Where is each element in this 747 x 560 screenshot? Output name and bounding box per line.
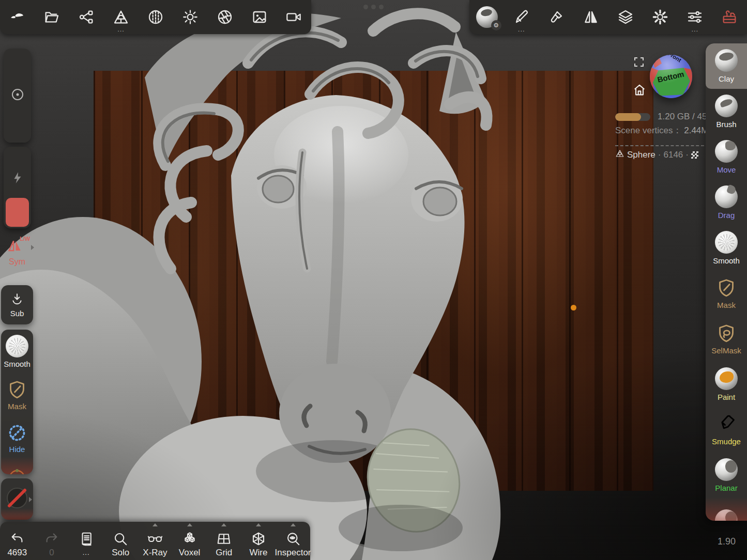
smooth-ball-icon bbox=[715, 231, 738, 254]
camera-button[interactable] bbox=[279, 3, 308, 32]
tool-flatten[interactable] bbox=[706, 498, 747, 521]
left-tool-smooth[interactable]: Smooth bbox=[1, 330, 33, 373]
layers-icon bbox=[617, 9, 634, 25]
topology-sphere-button[interactable] bbox=[141, 3, 170, 32]
paintbrush-button[interactable] bbox=[542, 3, 571, 32]
grid-icon bbox=[216, 531, 232, 547]
toggle-label: Inspector bbox=[275, 548, 311, 557]
smooth-ball-icon bbox=[6, 335, 28, 357]
postprocess-aperture-button[interactable] bbox=[210, 3, 239, 32]
sliders-button[interactable]: ... bbox=[680, 3, 709, 32]
scene-graph-button[interactable] bbox=[72, 3, 101, 32]
pencil-button[interactable]: ... bbox=[507, 3, 536, 32]
toggle-wire[interactable]: Wire bbox=[242, 522, 275, 560]
left-tool-label: Smooth bbox=[4, 360, 31, 368]
object-name: Sphere bbox=[627, 150, 655, 160]
object-vertex-count: 6146 bbox=[664, 150, 683, 160]
tool-label: Mask bbox=[717, 301, 736, 309]
toolbox-button[interactable] bbox=[715, 3, 744, 32]
background-image-button[interactable] bbox=[245, 3, 274, 32]
sub-mode-button[interactable]: Sub bbox=[1, 285, 33, 324]
toolbar-drag-handle[interactable] bbox=[363, 5, 384, 9]
more-options-dots: ... bbox=[691, 27, 698, 32]
sub-label: Sub bbox=[10, 309, 24, 318]
app-logo-button[interactable] bbox=[3, 3, 32, 32]
smudge-hand-icon bbox=[716, 414, 737, 434]
redo-button[interactable]: 0 bbox=[35, 522, 68, 560]
paintbrush-icon bbox=[548, 9, 565, 25]
tool-label: SelMask bbox=[711, 346, 741, 355]
tool-clay[interactable]: Clay bbox=[706, 43, 747, 89]
postprocess-aperture-icon bbox=[217, 9, 233, 25]
redo-icon bbox=[44, 531, 59, 547]
folder-button[interactable] bbox=[37, 3, 66, 32]
multires-pyramid-icon bbox=[113, 9, 129, 25]
chevron-up-icon bbox=[153, 523, 158, 526]
tool-mask[interactable]: Mask bbox=[706, 271, 747, 316]
intensity-color-swatch[interactable] bbox=[6, 198, 29, 227]
undo-count: 4693 bbox=[7, 548, 27, 557]
mask-shield-icon bbox=[7, 379, 27, 400]
toggle-x-ray[interactable]: X-Ray bbox=[139, 522, 172, 560]
background-image-icon bbox=[251, 9, 268, 25]
notebook-icon bbox=[79, 531, 94, 547]
undo-button[interactable]: 4693 bbox=[1, 522, 34, 560]
tool-paint[interactable]: Paint bbox=[706, 362, 747, 407]
toggle-label: Grid bbox=[216, 548, 232, 557]
left-tool-mask[interactable]: Mask bbox=[1, 373, 33, 416]
tool-sidebar: Clay Brush Move Drag Smooth Mask SelMask… bbox=[706, 43, 747, 521]
brush-ball-icon bbox=[715, 95, 738, 117]
scene-object-row[interactable]: Sphere · 6146 · bbox=[615, 149, 706, 161]
radius-slider[interactable] bbox=[4, 49, 31, 143]
left-tool-hide[interactable]: Hide bbox=[1, 416, 33, 460]
left-tool-label: Hide bbox=[9, 445, 25, 454]
toggle-grid[interactable]: Grid bbox=[207, 522, 240, 560]
gizmo-tool-partial[interactable] bbox=[1, 460, 33, 474]
notebook-button[interactable]: ... bbox=[70, 522, 103, 560]
toggle-solo[interactable]: Solo bbox=[104, 522, 137, 560]
intensity-slider[interactable] bbox=[4, 147, 31, 228]
topology-sphere-icon bbox=[147, 9, 164, 25]
divider-dashed bbox=[615, 145, 704, 146]
toggle-label: Wire bbox=[249, 548, 267, 557]
toggle-inspector[interactable]: Inspector bbox=[277, 522, 310, 560]
lighting-sun-icon bbox=[182, 9, 199, 25]
notebook-ellipsis: ... bbox=[83, 548, 90, 557]
symmetry-mirror-icon bbox=[583, 9, 599, 25]
mask-shield-icon bbox=[716, 277, 737, 298]
multires-pyramid-button[interactable]: ... bbox=[106, 3, 135, 32]
radius-dot-icon bbox=[10, 87, 25, 104]
more-options-dots: ... bbox=[117, 27, 125, 32]
symmetry-label: Sym bbox=[0, 257, 34, 267]
sliders-icon bbox=[687, 9, 703, 25]
layers-button[interactable] bbox=[611, 3, 640, 32]
tool-move[interactable]: Move bbox=[706, 134, 747, 180]
tool-planar[interactable]: Planar bbox=[706, 453, 747, 498]
toggle-label: Solo bbox=[112, 548, 129, 557]
lighting-sun-button[interactable] bbox=[176, 3, 205, 32]
solo-magnifier-icon bbox=[113, 531, 128, 547]
left-quick-tools: Smooth Mask Hide bbox=[1, 330, 33, 474]
tool-brush[interactable]: Brush bbox=[706, 89, 747, 134]
gizmo-icon bbox=[8, 466, 26, 474]
fullscreen-icon[interactable] bbox=[630, 55, 648, 70]
alpha-selector-button[interactable] bbox=[1, 478, 33, 520]
settings-gear-button[interactable] bbox=[646, 3, 675, 32]
symmetry-mirror-button[interactable] bbox=[576, 3, 605, 32]
tool-smudge[interactable]: Smudge bbox=[706, 407, 747, 453]
chevron-up-icon bbox=[291, 523, 296, 526]
stroke-marker-dot bbox=[571, 305, 576, 310]
navigation-gizmo-ball[interactable]: Front Bottom bbox=[650, 55, 692, 98]
clay-ball-icon bbox=[715, 49, 738, 72]
tool-label: Brush bbox=[716, 120, 736, 129]
drag-ball-icon bbox=[715, 185, 738, 208]
material-sphere-button[interactable]: ⚙ bbox=[472, 3, 501, 32]
tool-drag[interactable]: Drag bbox=[706, 180, 747, 225]
tool-label: Smudge bbox=[712, 437, 741, 446]
top-toolbar-left: ... bbox=[0, 0, 311, 34]
toggle-voxel[interactable]: Voxel bbox=[173, 522, 206, 560]
tool-selmask[interactable]: SelMask bbox=[706, 316, 747, 362]
app-window: ... ⚙...... L/W Sym Sub Smooth Mask bbox=[0, 0, 747, 560]
tool-smooth[interactable]: Smooth bbox=[706, 225, 747, 271]
home-icon[interactable] bbox=[629, 82, 650, 99]
